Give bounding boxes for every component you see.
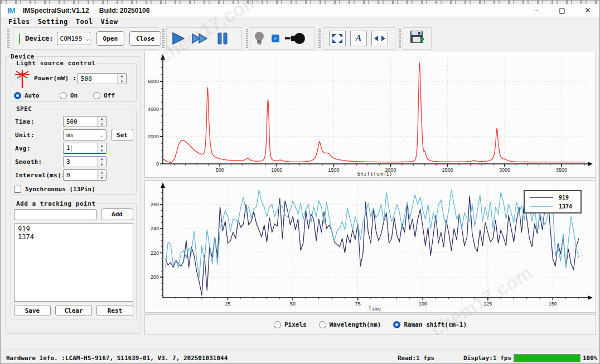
progress-percent: 100% bbox=[583, 355, 598, 362]
save-toolbar-group bbox=[403, 27, 432, 50]
add-button[interactable]: Add bbox=[101, 208, 133, 220]
close-device-button[interactable]: Close bbox=[129, 31, 161, 46]
spinner-arrows[interactable]: ▲▼ bbox=[117, 74, 126, 84]
radio-wavelength[interactable]: Wavelength(nm) bbox=[319, 321, 381, 328]
clear-button[interactable]: Clear bbox=[55, 305, 92, 316]
radio-raman-shift[interactable]: Raman shift(cm-1) bbox=[393, 321, 467, 328]
radio-pixels[interactable]: Pixels bbox=[274, 321, 307, 328]
time-label: Time: bbox=[15, 118, 35, 125]
fit-view-icon[interactable] bbox=[329, 31, 346, 46]
save-data-icon[interactable] bbox=[409, 30, 425, 47]
svg-text:2000: 2000 bbox=[148, 134, 159, 139]
device-label: Device: bbox=[25, 35, 54, 42]
interval-value: 0 bbox=[64, 170, 97, 180]
main-area: Device Light source control Power(mW) : … bbox=[1, 51, 600, 351]
radio-dot bbox=[14, 92, 21, 99]
svg-text:150: 150 bbox=[549, 301, 557, 307]
radio-auto-label: Auto bbox=[25, 92, 40, 99]
svg-text:200: 200 bbox=[151, 274, 159, 280]
lamp-toolbar-group: ✓ bbox=[250, 27, 314, 50]
pixels-label: Pixels bbox=[284, 321, 307, 328]
tracking-chart-panel: 255075100125150200220240260Time9191374 bbox=[144, 180, 596, 313]
autoscale-text-icon[interactable]: A bbox=[350, 31, 367, 46]
app-window: IM IMSpectralSuit:V1.12 Build: 20250106 … bbox=[0, 0, 600, 364]
radio-dot bbox=[393, 321, 400, 328]
time-spinner[interactable]: 500 ▲▼ bbox=[63, 116, 107, 127]
radio-dot bbox=[60, 92, 67, 99]
window-controls: – ▢ ✕ bbox=[524, 4, 600, 17]
minimize-button[interactable]: – bbox=[524, 4, 549, 17]
menu-view[interactable]: View bbox=[101, 18, 118, 26]
list-item[interactable]: 919 bbox=[18, 225, 129, 233]
svg-text:25: 25 bbox=[225, 301, 231, 307]
svg-text:1500: 1500 bbox=[328, 167, 339, 173]
set-button[interactable]: Set bbox=[111, 129, 133, 141]
x-axis-mode-panel: Pixels Wavelength(nm) Raman shift(cm-1) bbox=[144, 314, 596, 335]
horizontal-arrows-icon[interactable] bbox=[371, 31, 388, 46]
power-label: Power(mW) : bbox=[34, 75, 76, 82]
svg-text:220: 220 bbox=[151, 250, 159, 256]
lamp-on-icon[interactable] bbox=[250, 30, 268, 47]
title-bar: IM IMSpectralSuit:V1.12 Build: 20250106 … bbox=[1, 4, 600, 17]
tracking-points-list[interactable]: 919 1374 bbox=[14, 224, 133, 302]
svg-text:3000: 3000 bbox=[499, 167, 510, 173]
radio-on[interactable]: On bbox=[60, 92, 78, 99]
device-status-indicator bbox=[19, 33, 20, 45]
synchronous-label: Synchronous (13Pin) bbox=[25, 186, 95, 193]
synchronous-checkbox[interactable]: Synchronous (13Pin) bbox=[14, 186, 95, 193]
light-source-title: Light source control bbox=[14, 60, 97, 67]
toolbar: Device: COM199⌄ Open Close ✓ bbox=[1, 26, 600, 51]
save-button[interactable]: Save bbox=[14, 305, 51, 316]
continuous-run-icon[interactable] bbox=[189, 30, 211, 47]
smooth-spinner[interactable]: 3 ▲▼ bbox=[63, 156, 107, 167]
interval-spinner[interactable]: 0 ▲▼ bbox=[63, 169, 107, 181]
hardware-info: Hardware Info. :LCAM-HS-9167, S11639-01,… bbox=[6, 355, 228, 362]
svg-text:Time: Time bbox=[369, 305, 381, 312]
raman-spectrum-chart: 5001000150020002500300035000200040006000… bbox=[145, 51, 596, 177]
svg-text:260: 260 bbox=[151, 202, 159, 207]
svg-text:50: 50 bbox=[290, 301, 296, 307]
list-item[interactable]: 1374 bbox=[18, 233, 129, 241]
chevron-down-icon: ⌄ bbox=[82, 36, 89, 41]
text-caret bbox=[71, 145, 71, 152]
maximize-button[interactable]: ▢ bbox=[549, 4, 575, 17]
spinner-arrows[interactable]: ▲▼ bbox=[97, 143, 106, 153]
svg-text:125: 125 bbox=[483, 301, 492, 307]
tracking-point-input[interactable] bbox=[14, 209, 96, 220]
svg-text:2500: 2500 bbox=[442, 167, 453, 173]
lamp-checkbox[interactable]: ✓ bbox=[272, 35, 279, 42]
unit-value: ms bbox=[66, 132, 74, 139]
pause-icon[interactable] bbox=[211, 30, 234, 47]
play-icon[interactable] bbox=[167, 30, 189, 47]
open-button[interactable]: Open bbox=[96, 31, 125, 46]
spinner-arrows[interactable]: ▲▼ bbox=[97, 157, 106, 167]
toolbar-grip bbox=[246, 29, 248, 48]
power-spinner[interactable]: 500 ▲▼ bbox=[78, 73, 127, 84]
menu-tool[interactable]: Tool bbox=[76, 18, 93, 26]
radio-dot bbox=[319, 321, 326, 328]
svg-text:Shift(cm-1): Shift(cm-1) bbox=[357, 171, 393, 177]
acquisition-toolbar-group bbox=[166, 27, 242, 50]
menu-files[interactable]: Files bbox=[8, 18, 30, 26]
chevron-down-icon: ⌄ bbox=[96, 132, 103, 138]
radio-auto[interactable]: Auto bbox=[14, 92, 40, 99]
radio-off[interactable]: Off bbox=[93, 92, 115, 99]
menu-setting[interactable]: Setting bbox=[38, 18, 68, 26]
close-button[interactable]: ✕ bbox=[575, 4, 600, 17]
com-port-select[interactable]: COM199⌄ bbox=[57, 32, 90, 45]
unit-label: Unit: bbox=[15, 132, 35, 139]
spinner-arrows[interactable]: ▲▼ bbox=[97, 117, 106, 127]
tracking-title: Add a tracking point bbox=[14, 200, 97, 207]
svg-text:1374: 1374 bbox=[559, 203, 572, 210]
unit-select[interactable]: ms⌄ bbox=[63, 129, 107, 140]
lamp-off-icon[interactable] bbox=[283, 30, 307, 47]
radio-off-label: Off bbox=[104, 92, 115, 99]
avg-spinner[interactable]: 1 ▲▼ bbox=[63, 143, 107, 154]
interval-label: Interval(ms): bbox=[15, 172, 65, 179]
svg-text:240: 240 bbox=[151, 226, 159, 231]
progress-bar-fill bbox=[514, 355, 580, 362]
radio-dot bbox=[274, 321, 281, 328]
spinner-arrows[interactable]: ▲▼ bbox=[97, 170, 106, 180]
display-fps: Display:1 fps bbox=[463, 355, 511, 362]
rest-button[interactable]: Rest bbox=[96, 305, 133, 316]
